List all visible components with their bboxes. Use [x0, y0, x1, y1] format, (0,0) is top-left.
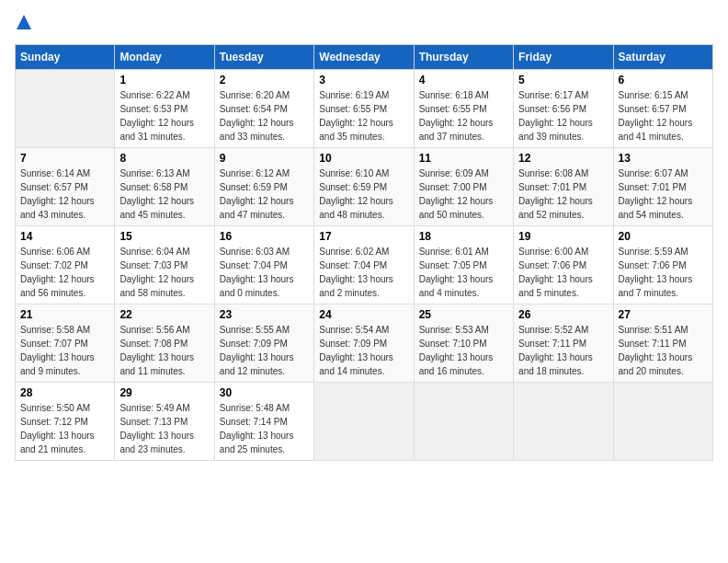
- calendar-cell: 25 Sunrise: 5:53 AM Sunset: 7:10 PM Dayl…: [414, 304, 513, 383]
- calendar-cell: 14 Sunrise: 6:06 AM Sunset: 7:02 PM Dayl…: [16, 226, 115, 304]
- day-number: 2: [220, 74, 309, 86]
- day-number: 13: [619, 152, 708, 165]
- day-number: 12: [518, 152, 608, 165]
- sunset-text: Sunset: 6:56 PM: [518, 104, 586, 114]
- day-number: 6: [619, 74, 708, 86]
- sunset-text: Sunset: 7:05 PM: [419, 260, 487, 270]
- sunset-text: Sunset: 7:11 PM: [619, 339, 687, 349]
- calendar-cell: 30 Sunrise: 5:48 AM Sunset: 7:14 PM Dayl…: [214, 383, 313, 461]
- calendar-cell: 10 Sunrise: 6:10 AM Sunset: 6:59 PM Dayl…: [314, 148, 414, 226]
- calendar-cell: 17 Sunrise: 6:02 AM Sunset: 7:04 PM Dayl…: [314, 226, 414, 304]
- sunrise-text: Sunrise: 6:07 AM: [619, 168, 688, 178]
- calendar-week-row: 28 Sunrise: 5:50 AM Sunset: 7:12 PM Dayl…: [16, 383, 713, 461]
- sunrise-text: Sunrise: 6:00 AM: [518, 247, 588, 257]
- calendar-week-row: 21 Sunrise: 5:58 AM Sunset: 7:07 PM Dayl…: [16, 304, 713, 383]
- sunrise-text: Sunrise: 5:55 AM: [220, 325, 290, 335]
- day-number: 17: [319, 230, 408, 243]
- sunset-text: Sunset: 6:55 PM: [419, 104, 487, 114]
- day-info: Sunrise: 6:18 AM Sunset: 6:55 PM Dayligh…: [419, 88, 508, 144]
- day-number: 26: [518, 308, 608, 321]
- sunset-text: Sunset: 7:08 PM: [119, 339, 188, 349]
- day-number: 11: [419, 152, 508, 165]
- sunset-text: Sunset: 7:13 PM: [119, 417, 188, 427]
- calendar-cell: 24 Sunrise: 5:54 AM Sunset: 7:09 PM Dayl…: [314, 304, 414, 383]
- sunrise-text: Sunrise: 6:06 AM: [20, 247, 90, 257]
- day-info: Sunrise: 5:54 AM Sunset: 7:09 PM Dayligh…: [319, 323, 408, 378]
- daylight-text: Daylight: 13 hours and 18 minutes.: [518, 352, 593, 376]
- calendar-week-row: 7 Sunrise: 6:14 AM Sunset: 6:57 PM Dayli…: [16, 148, 713, 226]
- calendar-cell: 16 Sunrise: 6:03 AM Sunset: 7:04 PM Dayl…: [214, 226, 313, 304]
- svg-marker-0: [17, 15, 31, 29]
- sunrise-text: Sunrise: 6:20 AM: [220, 90, 290, 100]
- day-info: Sunrise: 6:02 AM Sunset: 7:04 PM Dayligh…: [319, 245, 408, 300]
- daylight-text: Daylight: 12 hours and 52 minutes.: [518, 196, 593, 220]
- sunset-text: Sunset: 7:01 PM: [518, 182, 586, 192]
- daylight-text: Daylight: 12 hours and 35 minutes.: [319, 118, 393, 142]
- col-header-saturday: Saturday: [613, 45, 712, 70]
- calendar-cell: 1 Sunrise: 6:22 AM Sunset: 6:53 PM Dayli…: [115, 70, 214, 148]
- header: [15, 15, 713, 33]
- sunrise-text: Sunrise: 5:51 AM: [619, 325, 688, 335]
- day-info: Sunrise: 6:20 AM Sunset: 6:54 PM Dayligh…: [220, 88, 309, 144]
- calendar-cell: [314, 383, 414, 461]
- day-info: Sunrise: 5:56 AM Sunset: 7:08 PM Dayligh…: [119, 323, 209, 378]
- day-number: 27: [619, 308, 708, 321]
- sunrise-text: Sunrise: 6:01 AM: [419, 247, 489, 257]
- calendar-cell: 3 Sunrise: 6:19 AM Sunset: 6:55 PM Dayli…: [314, 70, 414, 148]
- col-header-wednesday: Wednesday: [314, 45, 414, 70]
- day-number: 4: [419, 74, 508, 86]
- sunrise-text: Sunrise: 5:49 AM: [119, 403, 189, 413]
- daylight-text: Daylight: 13 hours and 21 minutes.: [20, 431, 95, 454]
- sunset-text: Sunset: 7:12 PM: [20, 417, 88, 427]
- day-info: Sunrise: 6:07 AM Sunset: 7:01 PM Dayligh…: [619, 167, 708, 222]
- sunrise-text: Sunrise: 5:48 AM: [220, 403, 290, 413]
- sunset-text: Sunset: 6:58 PM: [119, 182, 188, 192]
- daylight-text: Daylight: 12 hours and 31 minutes.: [119, 118, 194, 142]
- day-info: Sunrise: 6:01 AM Sunset: 7:05 PM Dayligh…: [419, 245, 508, 300]
- calendar-cell: 18 Sunrise: 6:01 AM Sunset: 7:05 PM Dayl…: [414, 226, 513, 304]
- day-number: 23: [220, 308, 309, 321]
- sunrise-text: Sunrise: 6:08 AM: [518, 168, 588, 178]
- col-header-tuesday: Tuesday: [214, 45, 313, 70]
- sunrise-text: Sunrise: 5:50 AM: [20, 403, 90, 413]
- day-info: Sunrise: 5:51 AM Sunset: 7:11 PM Dayligh…: [619, 323, 708, 378]
- calendar-cell: 6 Sunrise: 6:15 AM Sunset: 6:57 PM Dayli…: [613, 70, 712, 148]
- sunrise-text: Sunrise: 5:53 AM: [419, 325, 489, 335]
- daylight-text: Daylight: 12 hours and 39 minutes.: [518, 118, 593, 142]
- daylight-text: Daylight: 12 hours and 33 minutes.: [220, 118, 294, 142]
- day-number: 21: [20, 308, 109, 321]
- day-number: 8: [119, 152, 209, 165]
- day-number: 30: [220, 386, 309, 399]
- calendar-cell: 9 Sunrise: 6:12 AM Sunset: 6:59 PM Dayli…: [214, 148, 313, 226]
- col-header-sunday: Sunday: [16, 45, 115, 70]
- day-number: 15: [119, 230, 209, 243]
- day-info: Sunrise: 6:08 AM Sunset: 7:01 PM Dayligh…: [518, 167, 608, 222]
- daylight-text: Daylight: 12 hours and 58 minutes.: [119, 274, 194, 298]
- sunset-text: Sunset: 6:53 PM: [119, 104, 188, 114]
- calendar-cell: 11 Sunrise: 6:09 AM Sunset: 7:00 PM Dayl…: [414, 148, 513, 226]
- sunset-text: Sunset: 7:09 PM: [220, 339, 288, 349]
- day-number: 22: [119, 308, 209, 321]
- day-info: Sunrise: 6:15 AM Sunset: 6:57 PM Dayligh…: [619, 88, 708, 144]
- daylight-text: Daylight: 12 hours and 50 minutes.: [419, 196, 494, 220]
- day-info: Sunrise: 6:03 AM Sunset: 7:04 PM Dayligh…: [220, 245, 309, 300]
- sunrise-text: Sunrise: 6:18 AM: [419, 90, 489, 100]
- daylight-text: Daylight: 12 hours and 47 minutes.: [220, 196, 294, 220]
- sunrise-text: Sunrise: 6:10 AM: [319, 168, 389, 178]
- daylight-text: Daylight: 13 hours and 16 minutes.: [419, 352, 494, 376]
- sunset-text: Sunset: 6:54 PM: [220, 104, 288, 114]
- calendar-cell: [613, 383, 712, 461]
- sunrise-text: Sunrise: 6:19 AM: [319, 90, 389, 100]
- calendar-cell: [514, 383, 613, 461]
- day-info: Sunrise: 6:22 AM Sunset: 6:53 PM Dayligh…: [119, 88, 209, 144]
- calendar-cell: 23 Sunrise: 5:55 AM Sunset: 7:09 PM Dayl…: [214, 304, 313, 383]
- calendar-header-row: SundayMondayTuesdayWednesdayThursdayFrid…: [16, 45, 713, 70]
- daylight-text: Daylight: 12 hours and 41 minutes.: [619, 118, 693, 142]
- sunrise-text: Sunrise: 6:13 AM: [119, 168, 189, 178]
- calendar-cell: 28 Sunrise: 5:50 AM Sunset: 7:12 PM Dayl…: [16, 383, 115, 461]
- calendar-cell: 7 Sunrise: 6:14 AM Sunset: 6:57 PM Dayli…: [16, 148, 115, 226]
- sunrise-text: Sunrise: 6:12 AM: [220, 168, 290, 178]
- calendar-table: SundayMondayTuesdayWednesdayThursdayFrid…: [15, 44, 713, 461]
- daylight-text: Daylight: 13 hours and 2 minutes.: [319, 274, 393, 298]
- sunset-text: Sunset: 7:00 PM: [419, 182, 487, 192]
